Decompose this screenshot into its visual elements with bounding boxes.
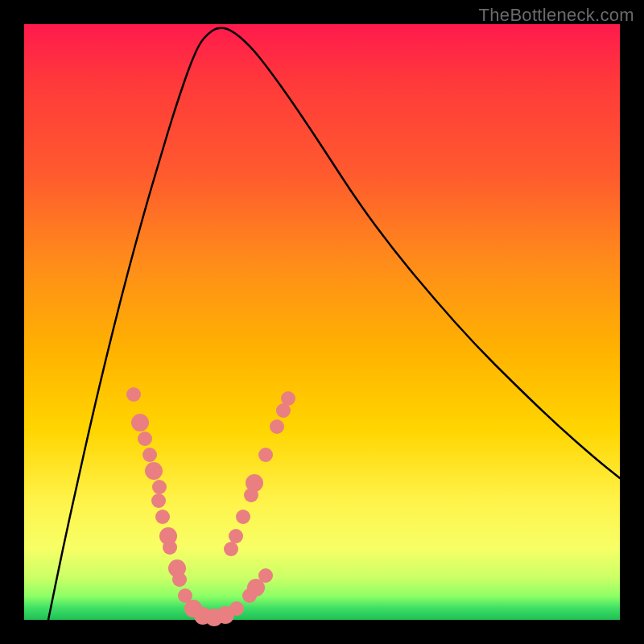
marker-dot	[138, 431, 152, 446]
marker-dot	[126, 387, 141, 402]
marker-dot	[152, 480, 167, 494]
marker-dot	[131, 414, 149, 431]
marker-dot	[247, 579, 265, 597]
marker-dot	[229, 529, 243, 543]
marker-dot	[142, 448, 157, 462]
chart-frame: TheBottleneck.com	[0, 0, 644, 644]
marker-dot	[236, 510, 250, 524]
marker-dot	[163, 540, 177, 555]
marker-dot	[244, 488, 258, 502]
marker-dot	[155, 510, 170, 524]
bottleneck-svg	[24, 24, 620, 620]
attribution-watermark: TheBottleneck.com	[479, 5, 634, 26]
marker-dot	[224, 542, 238, 556]
marker-dot	[172, 572, 187, 587]
marker-dot	[151, 493, 166, 508]
marker-dot	[281, 391, 295, 406]
plot-area	[24, 24, 620, 620]
marker-group	[126, 387, 295, 626]
marker-dot	[270, 419, 284, 434]
bottleneck-curve	[48, 28, 620, 620]
marker-dot	[258, 448, 273, 462]
marker-dot	[229, 601, 244, 616]
marker-dot	[145, 462, 163, 480]
